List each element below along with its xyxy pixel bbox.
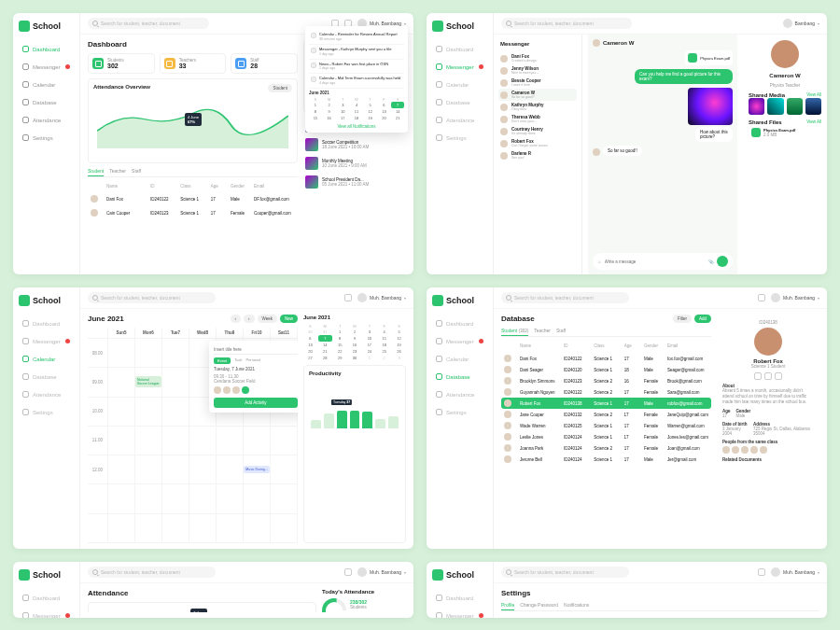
add-button[interactable]: Add (694, 315, 711, 323)
nav-calendar[interactable]: Calendar (432, 353, 487, 365)
notif-item[interactable]: Calendar - Reminder for Review Annual Re… (309, 30, 404, 45)
nav-messenger[interactable]: Messenger (432, 61, 487, 73)
search-input[interactable]: Search for student, teacher, document (501, 292, 629, 303)
nav-settings[interactable]: Settings (432, 406, 487, 418)
notif-item[interactable]: Calendar - Mid Term Exam successfully wa… (309, 74, 404, 89)
filter-student[interactable]: Student (268, 84, 292, 92)
contact-item[interactable]: Darlene RSee you! (498, 149, 577, 161)
nav-dashboard[interactable]: Dashboard (19, 592, 74, 604)
nav-messenger[interactable]: Messenger (19, 61, 74, 73)
nav-dashboard[interactable]: Dashboard (432, 317, 487, 329)
contact-item[interactable]: Dani FoxCreated a design (498, 52, 577, 64)
new-button[interactable]: New (280, 315, 298, 323)
table-row[interactable]: Jerome BellID240124Science 117MaleJer@gm… (501, 454, 711, 465)
contact-item[interactable]: Theresa WebbDon't miss your... (498, 113, 577, 125)
event-title-input[interactable] (214, 345, 298, 355)
nav-messenger[interactable]: Messenger (432, 609, 487, 618)
view-all-link[interactable]: View All (806, 119, 821, 125)
tab-staff[interactable]: Staff (132, 168, 141, 174)
contact-item[interactable]: Cameron WSo far so good!! (498, 89, 577, 101)
event-block[interactable]: National Soccer League (135, 376, 161, 387)
notif-item[interactable]: Messenger - Kathryn Murphy sent you a fi… (309, 45, 404, 60)
nav-messenger[interactable]: Messenger (19, 609, 74, 618)
tab-staff[interactable]: Staff (556, 328, 566, 333)
attach-icon[interactable]: 📎 (708, 259, 714, 264)
tab-personal[interactable]: Personal (245, 357, 260, 364)
contact-item[interactable]: Kathryn MurphyOkay then (498, 101, 577, 113)
send-button[interactable] (717, 256, 728, 267)
nav-database[interactable]: Database (432, 96, 487, 108)
shared-file[interactable]: Physics Exam.pdf2.0 MB (749, 125, 821, 140)
media-thumb[interactable] (805, 98, 821, 115)
nav-dashboard[interactable]: Dashboard (19, 317, 74, 329)
tab-teacher[interactable]: Teacher (109, 168, 126, 174)
view-toggle[interactable]: Week (258, 315, 277, 323)
nav-next[interactable]: › (244, 315, 255, 323)
nav-dashboard[interactable]: Dashboard (19, 43, 74, 55)
phone-icon[interactable] (764, 372, 772, 380)
table-row[interactable]: Leslie JonesID240124Science 117FemaleJon… (501, 431, 711, 442)
contact-item[interactable]: Courtney HenryIt's already done (498, 125, 577, 137)
nav-settings[interactable]: Settings (432, 132, 487, 144)
filter-button[interactable]: Filter (673, 315, 692, 323)
nav-messenger[interactable]: Messenger (432, 335, 487, 347)
tab-password[interactable]: Change Password (520, 602, 558, 608)
tab-student[interactable]: Student (88, 168, 104, 176)
nav-dashboard[interactable]: Dashboard (432, 43, 487, 55)
notif-item[interactable]: News - Robert Fox won first place in OSN… (309, 60, 404, 75)
nav-dashboard[interactable]: Dashboard (432, 592, 487, 604)
photo-attachment[interactable] (688, 88, 733, 125)
event-block[interactable]: Music During... (244, 466, 269, 473)
contact-item[interactable]: Jenny WilsonNice to meet you... (498, 64, 577, 77)
nav-calendar[interactable]: Calendar (432, 78, 487, 91)
nav-attendance[interactable]: Attendance (19, 114, 74, 126)
table-row[interactable]: Guyannah NguyenID240122Science 217Female… (501, 386, 711, 398)
chat-input[interactable]: ☺ 📎 (593, 253, 733, 270)
nav-attendance[interactable]: Attendance (432, 114, 487, 126)
nav-messenger[interactable]: Messenger (19, 335, 74, 347)
contact-item[interactable]: Robert FoxCan I forget some issues (498, 137, 577, 149)
bell-icon[interactable] (344, 294, 352, 301)
feed-item[interactable]: School President Da...05 June 2021 • 11:… (303, 173, 406, 191)
chat-icon[interactable] (754, 372, 762, 380)
feed-item[interactable]: Monthly Meeting10 June 2021 • 9:00 AM (303, 154, 406, 173)
table-row[interactable]: Dani FoxID240122Science 117MaleDF.fox@gm… (88, 193, 298, 204)
nav-attendance[interactable]: Attendance (432, 388, 487, 400)
message-input[interactable] (605, 259, 706, 264)
contact-item[interactable]: Bessie CooperI want it here (498, 77, 577, 89)
nav-calendar[interactable]: Calendar (19, 78, 74, 91)
nav-database[interactable]: Database (19, 371, 74, 383)
user-menu[interactable]: Muh. Bambang▾ (357, 293, 406, 302)
search-input[interactable]: Search for student, teacher, document (88, 18, 209, 29)
nav-attendance[interactable]: Attendance (19, 388, 74, 400)
table-row[interactable]: Jane CooperID240132Science 217FemaleJane… (501, 409, 711, 420)
search-input[interactable]: Search for student, teacher, document (501, 18, 632, 29)
tab-task[interactable]: Task (234, 357, 242, 364)
bell-icon[interactable] (758, 294, 765, 301)
media-thumb[interactable] (767, 98, 783, 115)
search-input[interactable]: Search for student, teacher, document (501, 567, 629, 578)
media-thumb[interactable] (787, 98, 803, 115)
view-notif-link[interactable]: View all Notifications (309, 124, 404, 129)
bell-icon[interactable] (344, 568, 352, 576)
table-row[interactable]: Joanna ParkID240124Science 217FemaleJoan… (501, 442, 711, 454)
mail-icon[interactable] (775, 372, 782, 380)
nav-prev[interactable]: ‹ (231, 315, 242, 323)
nav-calendar[interactable]: Calendar (19, 353, 74, 365)
bell-icon[interactable] (758, 568, 765, 576)
table-row[interactable]: Wade WarrenID240125Science 117FemaleWarr… (501, 420, 711, 431)
table-row[interactable]: Dani SeagerID240120Science 118MaleSeager… (501, 364, 711, 375)
user-menu[interactable]: Muh. Bambang▾ (771, 567, 819, 577)
table-row[interactable]: Robert FoxID240138Science 117Malerobfox@… (501, 398, 711, 409)
tab-profile[interactable]: Profile (501, 602, 514, 610)
user-menu[interactable]: Muh. Bambang▾ (771, 293, 819, 302)
feed-item[interactable]: Soccer Competition18 June 2021 • 10:00 A… (303, 135, 406, 154)
user-menu[interactable]: Bambang▾ (783, 19, 819, 28)
search-input[interactable]: Search for student, teacher, document (88, 567, 216, 578)
table-row[interactable]: Brooklyn SimmonsID240123Science 216Femal… (501, 375, 711, 386)
nav-settings[interactable]: Settings (19, 406, 74, 418)
media-thumb[interactable] (749, 98, 764, 115)
table-row[interactable]: Dani FoxID240122Science 117Malefox.fox@g… (501, 353, 711, 364)
user-menu[interactable]: Muh. Bambang▾ (357, 567, 406, 577)
table-row[interactable]: Cain CooperID240123Science 117FemaleCoop… (88, 207, 298, 218)
